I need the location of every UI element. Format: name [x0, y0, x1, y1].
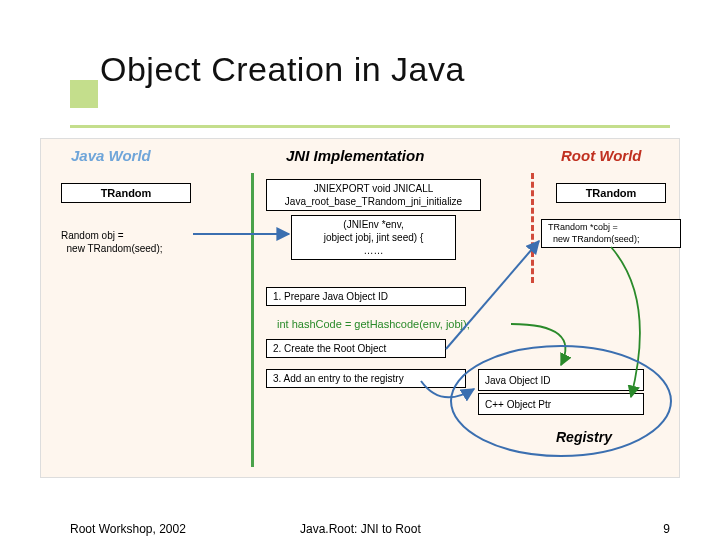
column-header-jni: JNI Implementation — [286, 147, 424, 164]
title-rule — [70, 125, 670, 128]
registry-col-cpp-ptr: C++ Object Ptr — [478, 393, 644, 415]
divider-java-jni — [251, 173, 254, 467]
jni-args-box: (JNIEnv *env, jobject jobj, jint seed) {… — [291, 215, 456, 260]
footer-right: 9 — [663, 522, 670, 536]
page-title: Object Creation in Java — [100, 50, 680, 89]
registry-label: Registry — [556, 429, 612, 445]
title-accent-square — [70, 80, 98, 108]
registry-col-java-id: Java Object ID — [478, 369, 644, 391]
registry-table: Java Object ID C++ Object Ptr — [476, 367, 646, 417]
footer-center: Java.Root: JNI to Root — [300, 522, 421, 536]
java-class-box: TRandom — [61, 183, 191, 203]
root-code-box: TRandom *cobj = new TRandom(seed); — [541, 219, 681, 248]
column-header-java: Java World — [71, 147, 151, 164]
column-header-root: Root World — [561, 147, 642, 164]
jni-step3-box: 3. Add an entry to the registry — [266, 369, 466, 388]
jni-step1-box: 1. Prepare Java Object ID — [266, 287, 466, 306]
divider-jni-root — [531, 173, 534, 283]
diagram-canvas: Java World JNI Implementation Root World… — [40, 138, 680, 478]
footer-left: Root Workshop, 2002 — [70, 522, 186, 536]
jni-step2-box: 2. Create the Root Object — [266, 339, 446, 358]
jni-signature-box: JNIEXPORT void JNICALL Java_root_base_TR… — [266, 179, 481, 211]
java-code-box: Random obj = new TRandom(seed); — [55, 227, 205, 257]
jni-hashcode-line: int hashCode = getHashcode(env, jobj); — [271, 315, 526, 333]
root-class-box: TRandom — [556, 183, 666, 203]
